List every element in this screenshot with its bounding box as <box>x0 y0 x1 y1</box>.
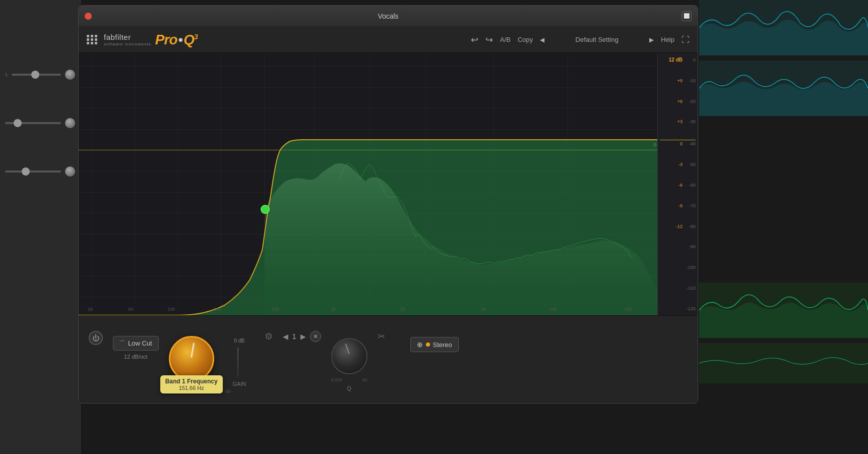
freq-20: 20 <box>88 307 93 312</box>
freq-10k: 10k <box>549 307 557 312</box>
next-preset-button[interactable]: ▶ <box>649 37 654 43</box>
left-sidebar: 1 <box>0 0 81 454</box>
brand-name: fabfilter <box>104 33 151 41</box>
preset-name: Default Setting <box>551 36 642 43</box>
scissors-icon[interactable]: ✂ <box>378 331 385 342</box>
db-gain-9: +9 <box>670 78 683 83</box>
db-gain-m9: -9 <box>670 203 683 208</box>
db-gain-m12: -12 <box>670 224 683 229</box>
q-knob-container: 0.025 40 Q <box>331 338 367 391</box>
freq-2k: 2k <box>400 307 405 312</box>
restore-button[interactable]: ⬜ <box>681 11 692 21</box>
fullscreen-button[interactable]: ⛶ <box>681 35 690 44</box>
freq-20k: 20k <box>625 307 632 312</box>
waveform-svg <box>699 0 868 454</box>
svg-rect-3 <box>699 343 868 383</box>
gain-slider-track[interactable] <box>237 348 238 378</box>
db-gain-6: +6 <box>670 99 683 104</box>
copy-button[interactable]: Copy <box>518 36 533 43</box>
band-number: 1 <box>292 332 296 340</box>
plugin-window: Vocals ⬜ fabfilter software instruments … <box>78 5 698 404</box>
db-gain-3: +3 <box>670 119 683 124</box>
power-button[interactable]: ⏻ <box>89 331 103 345</box>
filter-type-button[interactable]: ⌒ Low Cut <box>113 336 159 351</box>
db-scale: 12 dB 0 +9 -10 +6 -20 +3 -30 0 -40 -3 -5… <box>657 53 698 315</box>
q-range-high: 40 <box>362 377 367 382</box>
header-controls: ↩ ↪ A/B Copy ◀ Default Setting ▶ Help ⛶ <box>471 35 690 44</box>
gain-knob-container: 0 dB GAIN -30 <box>224 338 255 394</box>
freq-100: 100 <box>167 307 175 312</box>
plugin-header: fabfilter software instruments Pro•Q3 ↩ … <box>79 27 698 53</box>
slider-track-1[interactable] <box>12 74 61 76</box>
close-button[interactable] <box>85 13 92 20</box>
q-indicator <box>345 344 349 354</box>
next-band-button[interactable]: ▶ <box>300 332 306 340</box>
redo-button[interactable]: ↪ <box>485 35 493 44</box>
slider-row-1: 1 <box>0 66 80 84</box>
freq-200: 200 <box>214 307 221 312</box>
knob-indicator <box>191 343 195 358</box>
eq-curve <box>79 53 657 315</box>
undo-button[interactable]: ↩ <box>471 35 478 44</box>
band-tooltip: Band 1 Frequency 151.66 Hz <box>160 375 223 393</box>
db-gain-m3: -3 <box>670 162 683 167</box>
fabfilter-logo <box>87 35 98 44</box>
frequency-knob[interactable] <box>169 336 214 381</box>
knob-1[interactable] <box>65 70 75 80</box>
right-waveform-area <box>699 0 868 454</box>
gain-range-low: -30 <box>224 389 231 394</box>
freq-5k: 5k <box>481 307 486 312</box>
product-logo: Pro•Q3 <box>155 32 198 48</box>
slope-label: 12 dB/oct <box>124 354 147 360</box>
slider-track-3[interactable] <box>5 171 61 173</box>
db-gain-0: 0 <box>670 141 683 146</box>
settings-icon[interactable]: ⚙ <box>265 331 273 342</box>
freq-axis: 20 50 100 200 500 1k 2k 5k 10k 20k <box>79 304 657 314</box>
stereo-label: Stereo <box>433 341 452 349</box>
slider-row-3 <box>0 162 80 181</box>
filter-type-label: Low Cut <box>128 339 152 347</box>
stereo-link-icon: ⊕ <box>417 340 423 349</box>
prev-preset-button[interactable]: ◀ <box>540 37 544 43</box>
slider-row-2 <box>0 114 80 132</box>
prev-band-button[interactable]: ◀ <box>283 332 288 340</box>
title-bar: Vocals ⬜ <box>79 6 698 27</box>
bottom-controls: ⏻ ⌒ Low Cut 12 dB/oct 10 Hz 30 kHz Band … <box>79 315 698 404</box>
stereo-dot <box>426 343 430 347</box>
band-close-button[interactable]: ✕ <box>310 331 321 342</box>
ab-label: A/B <box>500 36 511 43</box>
band-nav: ◀ 1 ▶ ✕ <box>283 331 321 342</box>
brand-sub: software instruments <box>104 42 151 46</box>
tooltip-title: Band 1 Frequency <box>165 378 218 385</box>
db-gain-12: 12 dB <box>669 57 683 63</box>
stereo-button[interactable]: ⊕ Stereo <box>410 337 459 352</box>
freq-50: 50 <box>128 307 133 312</box>
freq-1k: 1k <box>331 307 336 312</box>
q-knob[interactable] <box>331 338 367 374</box>
tooltip-value: 151.66 Hz <box>165 385 218 391</box>
q-range-low: 0.025 <box>331 377 343 382</box>
logo-area: fabfilter software instruments Pro•Q3 <box>87 32 198 48</box>
q-label: Q <box>347 385 351 391</box>
gain-value-label: 0 dB <box>234 338 244 344</box>
knob-2[interactable] <box>65 118 75 128</box>
knob-3[interactable] <box>65 166 75 177</box>
band-1-point[interactable] <box>261 205 270 214</box>
help-label[interactable]: Help <box>661 36 674 43</box>
slider-track-2[interactable] <box>5 122 61 124</box>
frequency-knob-container: 10 Hz 30 kHz Band 1 Frequency 151.66 Hz <box>169 336 214 388</box>
eq-area[interactable]: 0 <box>79 53 698 315</box>
db-gain-m6: -6 <box>670 183 683 188</box>
gain-label: GAIN <box>232 381 246 387</box>
freq-500: 500 <box>272 307 279 312</box>
window-title: Vocals <box>378 12 398 20</box>
